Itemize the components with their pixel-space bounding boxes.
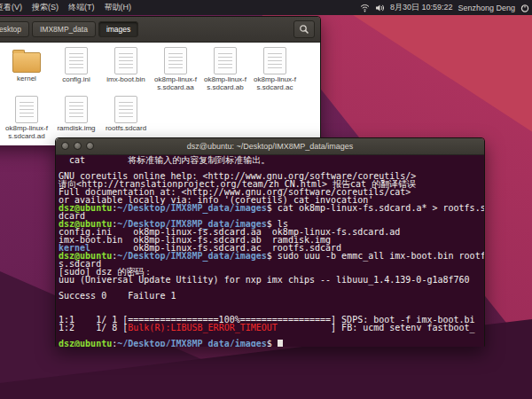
file-label: ok8mp-linux-fs.sdcard.aa <box>152 76 200 91</box>
window-controls <box>61 142 94 150</box>
folder-icon <box>12 52 41 73</box>
terminal-titlebar[interactable]: dsz@ubuntu: ~/Desktop/IMX8MP_data/images <box>56 138 484 155</box>
terminal-line: cat 将标准输入的内容复制到标准输出。 <box>59 156 481 164</box>
file-label: ok8mp-linux-fs.sdcard.ab <box>201 76 249 91</box>
terminal-line: dsz@ubuntu:~/Desktop/IMX8MP_data/images$… <box>59 252 481 260</box>
breadcrumb: DesktopIMX8MP_dataimages <box>0 21 138 37</box>
terminal-line: Success 0 Failure 1 <box>59 292 481 300</box>
file-item-ok8mp-linux-fs.sdcard.ac[interactable]: ok8mp-linux-fs.sdcard.ac <box>250 45 300 94</box>
indicator-area: 8月30日 10:59:22 Senzhong Deng <box>360 2 532 13</box>
terminal-body[interactable]: cat 将标准输入的内容复制到标准输出。GNU coreutils online… <box>56 155 484 347</box>
file-item-kernel[interactable]: kernel <box>2 45 51 94</box>
breadcrumb-desktop[interactable]: Desktop <box>0 21 29 37</box>
file-label: config.ini <box>62 76 90 84</box>
close-button[interactable] <box>61 142 69 150</box>
clock[interactable]: 8月30日 10:59:22 <box>390 2 453 13</box>
file-label: ok8mp-linux-fs.sdcard.ac <box>251 76 299 91</box>
menu-item-2[interactable]: 终端(T) <box>68 2 95 13</box>
terminal-line: dsz@ubuntu:~/Desktop/IMX8MP_data/images$ <box>59 340 481 347</box>
search-button[interactable] <box>293 20 315 38</box>
network-icon[interactable] <box>360 4 370 12</box>
file-icon <box>65 47 88 74</box>
terminal-window: dsz@ubuntu: ~/Desktop/IMX8MP_data/images… <box>55 137 485 347</box>
breadcrumb-imx8mp_data[interactable]: IMX8MP_data <box>32 21 96 37</box>
terminal-cursor <box>278 340 283 347</box>
menu-item-0[interactable]: 查看(V) <box>0 2 22 13</box>
top-panel: 查看(V)搜索(S)终端(T)帮助(H) 8月30日 10:59:22 Senz… <box>0 0 532 15</box>
file-icon <box>263 47 286 74</box>
file-manager-window: DesktopIMX8MP_dataimages kernelconfig.in… <box>0 16 321 144</box>
file-icon <box>214 47 237 74</box>
file-label: ok8mp-linux-fs.sdcard.ad <box>3 125 51 140</box>
terminal-line <box>59 300 481 308</box>
file-item-ok8mp-linux-fs.sdcard.ad[interactable]: ok8mp-linux-fs.sdcard.ad <box>2 94 51 143</box>
menu-item-3[interactable]: 帮助(H) <box>105 2 132 13</box>
session-username[interactable]: Senzhong Deng <box>458 4 515 12</box>
file-item-config.ini[interactable]: config.ini <box>51 45 101 94</box>
file-item-imx-boot.bin[interactable]: imx-boot.bin <box>101 45 151 94</box>
file-icon <box>15 96 38 123</box>
file-item-ok8mp-linux-fs.sdcard.aa[interactable]: ok8mp-linux-fs.sdcard.aa <box>151 45 200 94</box>
breadcrumb-images[interactable]: images <box>98 21 138 37</box>
terminal-line: dsz@ubuntu:~/Desktop/IMX8MP_data/images$… <box>59 204 481 212</box>
file-item-ramdisk.img[interactable]: ramdisk.img <box>51 94 101 143</box>
file-label: imx-boot.bin <box>106 76 145 84</box>
menu-item-1[interactable]: 搜索(S) <box>32 2 59 13</box>
power-icon[interactable] <box>520 4 529 12</box>
file-label: rootfs.sdcard <box>106 125 146 133</box>
file-label: kernel <box>17 75 36 83</box>
file-icon <box>114 47 137 74</box>
terminal-line: uuu (Universal Update Utility) for nxp i… <box>59 276 481 284</box>
file-grid: kernelconfig.iniimx-boot.binok8mp-linux-… <box>0 43 320 145</box>
minimize-button[interactable] <box>74 142 82 150</box>
file-item-rootfs.sdcard[interactable]: rootfs.sdcard <box>101 94 151 143</box>
file-icon <box>65 96 88 123</box>
file-item-ok8mp-linux-fs.sdcard.ab[interactable]: ok8mp-linux-fs.sdcard.ab <box>200 45 250 94</box>
file-icon <box>114 96 137 123</box>
terminal-title: dsz@ubuntu: ~/Desktop/IMX8MP_data/images <box>187 142 353 151</box>
terminal-line: 1:2 1/ 8 [Bulk(R):LIBUSB_ERROR_TIMEOUT ]… <box>59 324 481 332</box>
file-label: ramdisk.img <box>57 125 95 133</box>
search-icon <box>299 24 309 35</box>
global-menu: 查看(V)搜索(S)终端(T)帮助(H) <box>0 2 131 13</box>
volume-icon[interactable] <box>375 4 385 12</box>
maximize-button[interactable] <box>86 142 94 150</box>
file-icon <box>164 47 187 74</box>
desktop: DesktopIMX8MP_dataimages kernelconfig.in… <box>0 0 532 399</box>
file-manager-toolbar[interactable]: DesktopIMX8MP_dataimages <box>0 17 320 43</box>
